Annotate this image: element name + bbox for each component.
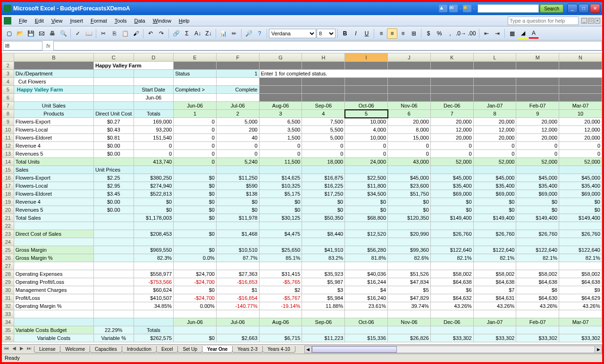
cell[interactable]: $0 [430,206,473,214]
increase-indent-icon[interactable]: ⇥ [492,28,503,39]
cell[interactable]: 0 [302,142,345,150]
menu-help[interactable]: Help [175,17,193,25]
col-header[interactable]: N [559,53,602,62]
cell[interactable]: 20,000 [430,134,473,142]
cell[interactable]: 23.61% [345,302,388,310]
borders-icon[interactable]: ▦ [507,28,517,39]
cell[interactable]: $4 [345,286,388,294]
cell[interactable] [14,94,93,102]
cell[interactable]: Profit/Loss [14,294,93,302]
cell[interactable] [302,78,345,86]
cell[interactable]: 8 [473,110,516,118]
cell[interactable]: $0 [259,206,302,214]
cell[interactable]: -$5,767 [259,294,302,302]
cell[interactable]: Direct Cost of Sales [14,230,93,238]
cell[interactable]: $0.00 [93,150,134,158]
menu-data[interactable]: Data [130,17,149,25]
align-left-icon[interactable]: ≡ [376,28,386,39]
cell[interactable]: $16,244 [345,278,388,286]
format-painter-icon[interactable]: 🖌 [131,28,141,39]
cell[interactable]: 413,740 [134,158,174,166]
cell[interactable]: Flowers-Export [14,174,93,182]
cell[interactable]: $11,978 [216,214,259,222]
scroll-left-icon[interactable]: ◀ [304,346,312,353]
cell[interactable] [302,222,345,230]
row-header[interactable]: 7 [2,102,14,110]
cell[interactable]: 8,000 [388,126,431,134]
cell[interactable]: Happy Valley Farm [14,86,93,94]
cell[interactable] [134,238,174,246]
cell[interactable]: $1 [216,286,259,294]
cell[interactable]: Total Units [14,158,93,166]
cell[interactable]: $11,223 [302,334,345,342]
cell[interactable]: $26,760 [473,230,516,238]
cell[interactable] [302,238,345,246]
cell[interactable] [216,94,259,102]
cell[interactable]: $23,600 [388,182,431,190]
cell[interactable]: $30,125 [259,214,302,222]
cell[interactable] [14,238,93,246]
cell[interactable]: 0 [216,142,259,150]
cell[interactable] [93,262,134,270]
cell[interactable] [388,94,431,102]
col-header[interactable]: H [302,53,345,62]
cell[interactable] [93,254,134,262]
cell[interactable]: $40,036 [345,270,388,278]
row-header[interactable]: 36 [2,334,14,342]
cell[interactable] [134,166,174,174]
cell[interactable] [345,86,388,94]
cell[interactable]: Dec-06 [430,102,473,110]
cell[interactable]: $56,280 [345,246,388,254]
cell[interactable]: 12,000 [516,126,559,134]
cell[interactable] [430,222,473,230]
cell[interactable] [516,222,559,230]
cell[interactable]: Jun-06 [174,102,217,110]
cell[interactable]: $68,800 [345,214,388,222]
row-header[interactable]: 28 [2,270,14,278]
cell[interactable]: 0 [516,142,559,150]
cell[interactable]: $45,000 [516,174,559,182]
cell[interactable]: Gross Margin % [14,254,93,262]
cell[interactable]: 0 [134,150,174,158]
cell[interactable]: 151,540 [134,134,174,142]
cell[interactable] [216,222,259,230]
row-header[interactable]: 5 [2,86,14,94]
cell[interactable]: 1 [216,70,259,78]
cell[interactable]: $34,500 [345,190,388,198]
cell[interactable]: 20,000 [473,118,516,126]
cell[interactable]: $64,632 [430,294,473,302]
cell[interactable]: 10,000 [345,118,388,126]
cell[interactable]: 43,000 [388,158,431,166]
cell[interactable]: 20,000 [430,118,473,126]
cell[interactable]: Jan-07 [473,102,516,110]
cell[interactable]: $5,984 [302,294,345,302]
cell[interactable] [134,102,174,110]
cell[interactable] [388,238,431,246]
cell[interactable]: $69,000 [473,190,516,198]
row-header[interactable]: 34 [2,318,14,326]
doc-minimize-button[interactable]: _ [581,18,587,24]
cell[interactable]: $51,526 [388,270,431,278]
cell[interactable]: $26,760 [430,230,473,238]
cell[interactable]: $969,550 [134,246,174,254]
cell[interactable]: Mar-07 [559,102,602,110]
cell[interactable]: 5,000 [302,134,345,142]
cell[interactable]: $2.95 [93,182,134,190]
row-header[interactable]: 14 [2,158,14,166]
cell[interactable] [174,238,217,246]
chart-icon[interactable]: 📊 [218,28,228,39]
sheet-tab[interactable]: License [34,346,60,353]
cell[interactable]: $35,400 [473,182,516,190]
title-search-button[interactable]: Search [540,4,563,13]
cell[interactable]: $58,002 [559,270,602,278]
cell[interactable] [93,70,134,78]
cell[interactable]: 7 [430,110,473,118]
maximize-button[interactable]: □ [579,4,589,13]
cell[interactable]: 34.85% [134,302,174,310]
cell[interactable]: Jul-06 [216,318,259,326]
cell[interactable] [516,62,559,70]
cell[interactable] [559,262,602,270]
cell[interactable]: 5,000 [216,118,259,126]
cell[interactable] [216,326,259,334]
cell[interactable]: $64,638 [516,278,559,286]
